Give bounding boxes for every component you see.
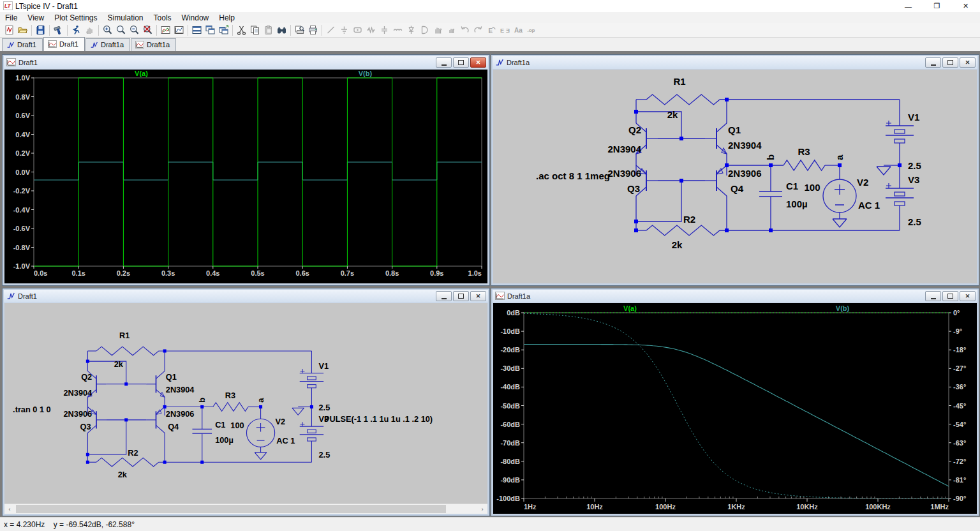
- label-node_b: b: [765, 154, 776, 160]
- plot-settings-icon[interactable]: [172, 24, 186, 36]
- x-tick-label: 0.1s: [71, 269, 85, 277]
- label-c1_value: 100µ: [786, 198, 808, 209]
- new-schematic-icon[interactable]: [3, 24, 16, 36]
- schematic-canvas[interactable]: R12kQ22N3904Q12N39042N3906Q32N3906Q4R22k…: [4, 303, 486, 504]
- db-tick-label: -40dB: [500, 383, 520, 391]
- freq-tick-label: 10KHz: [796, 503, 818, 511]
- copy-icon[interactable]: [248, 24, 262, 36]
- menu-window[interactable]: Window: [177, 13, 214, 22]
- x-tick-label: 0.6s: [295, 269, 309, 277]
- y-tick-label: 0.8V: [15, 93, 30, 101]
- save-icon[interactable]: [34, 24, 47, 36]
- tile-windows-icon[interactable]: [190, 24, 204, 36]
- trace-V(b)-magnitude[interactable]: [524, 345, 949, 487]
- pulse-spec-text: PULSE(-1 1 .1 1u 1u .1 .2 10): [324, 414, 433, 424]
- child-restore-button[interactable]: [453, 57, 469, 68]
- window-close-button[interactable]: ✕: [951, 0, 980, 12]
- find-icon[interactable]: [275, 24, 288, 36]
- control-panel-icon[interactable]: [52, 24, 65, 36]
- window-restore-button[interactable]: ❐: [923, 0, 951, 12]
- x-tick-label: 0.7s: [341, 269, 354, 277]
- child-minimize-button[interactable]: [436, 291, 452, 301]
- horizontal-scrollbar[interactable]: ‹ ›: [4, 504, 487, 514]
- run-icon[interactable]: [70, 24, 83, 36]
- y-tick-label: 0.2V: [15, 149, 30, 157]
- label-r1_value: 2k: [114, 359, 124, 369]
- waveform-doc-icon: [6, 58, 16, 68]
- child-title: Draft1: [18, 292, 37, 300]
- y-tick-label: -0.2V: [13, 187, 31, 195]
- open-folder-icon[interactable]: [16, 24, 29, 36]
- db-tick-label: -60dB: [500, 421, 520, 428]
- print-icon[interactable]: [306, 24, 320, 36]
- child-minimize-button[interactable]: [925, 57, 941, 68]
- tab-draft1a-waveform[interactable]: Draft1a: [131, 38, 176, 51]
- freq-tick-label: 100KHz: [865, 503, 891, 511]
- freq-tick-label: 10Hz: [586, 503, 603, 511]
- menu-view[interactable]: View: [22, 13, 49, 22]
- zoom-back-icon[interactable]: [114, 24, 128, 36]
- schematic-canvas[interactable]: R12kQ22N3904Q12N39042N3906Q32N3906Q4R22k…: [493, 70, 976, 283]
- mirror-icon: EE: [498, 24, 512, 36]
- window-draft1a-schematic: Draft1a ✕ R12kQ22N3904Q12N39042N3906Q32N…: [491, 54, 979, 286]
- child-title-bar[interactable]: Draft1a ✕: [493, 56, 977, 69]
- scrollbar-track[interactable]: [15, 504, 477, 514]
- menu-tools[interactable]: Tools: [149, 13, 177, 22]
- text-tool-icon: Aa: [512, 24, 525, 36]
- waveform-doc-icon: [495, 292, 505, 301]
- child-minimize-button[interactable]: [436, 57, 452, 68]
- scroll-left-arrow[interactable]: ‹: [4, 504, 15, 514]
- db-tick-label: -10dB: [500, 327, 520, 335]
- zoom-in-icon[interactable]: [101, 24, 114, 36]
- freq-tick-label: 100Hz: [655, 503, 676, 511]
- svg-text:Aa: Aa: [514, 27, 523, 34]
- label-r2_value: 2k: [118, 470, 128, 479]
- menu-plot-settings[interactable]: Plot Settings: [49, 13, 102, 22]
- drag-icon: [445, 24, 458, 36]
- child-restore-button[interactable]: [942, 57, 958, 68]
- window-minimize-button[interactable]: —: [894, 0, 923, 12]
- y-tick-label: -0.8V: [13, 244, 31, 251]
- child-close-button[interactable]: ✕: [470, 57, 486, 68]
- child-close-button[interactable]: ✕: [960, 57, 976, 68]
- scroll-right-arrow[interactable]: ›: [477, 504, 487, 514]
- phase-tick-label: -72°: [953, 458, 966, 465]
- child-minimize-button[interactable]: [925, 291, 941, 301]
- print-preview-icon[interactable]: [293, 24, 306, 36]
- scrollbar-thumb[interactable]: [16, 505, 446, 513]
- phase-tick-label: -18°: [953, 346, 966, 354]
- y-tick-label: 0.0V: [15, 168, 30, 176]
- wire-icon: [324, 24, 338, 36]
- menu-file[interactable]: File: [0, 13, 22, 22]
- arrange-windows-icon[interactable]: [217, 24, 230, 36]
- menu-help[interactable]: Help: [214, 13, 240, 22]
- child-restore-button[interactable]: [453, 291, 469, 301]
- child-close-button[interactable]: ✕: [470, 291, 486, 301]
- label-c1: C1: [786, 181, 798, 191]
- autorange-y-axis-icon[interactable]: [159, 24, 172, 36]
- child-restore-button[interactable]: [942, 291, 958, 301]
- cascade-windows-icon[interactable]: [204, 24, 217, 36]
- child-title-bar[interactable]: Draft1 ✕: [4, 56, 488, 69]
- tab-draft1a-schematic[interactable]: Draft1a: [85, 38, 130, 51]
- tab-draft1-waveform[interactable]: Draft1: [43, 37, 85, 51]
- zoom-out-icon[interactable]: [128, 24, 141, 36]
- child-title-bar[interactable]: Draft1a ✕: [493, 290, 977, 303]
- label-q4: Q4: [168, 422, 179, 431]
- trace-V(b)-phase[interactable]: [524, 313, 949, 498]
- db-tick-label: -70dB: [500, 439, 520, 447]
- cut-icon[interactable]: [235, 24, 248, 36]
- child-close-button[interactable]: ✕: [960, 291, 976, 301]
- menu-simulation[interactable]: Simulation: [103, 13, 149, 22]
- child-title-bar[interactable]: Draft1 ✕: [4, 290, 488, 303]
- halt-icon: [83, 24, 96, 36]
- transient-plot[interactable]: 1.0V0.8V0.6V0.4V0.2V0.0V-0.2V-0.4V-0.6V-…: [4, 70, 486, 284]
- rotate-icon: E: [485, 24, 498, 36]
- tab-draft1-schematic[interactable]: Draft1: [2, 38, 43, 51]
- label-q1_type: 2N3904: [166, 385, 195, 394]
- trace-V(a)[interactable]: [34, 78, 482, 266]
- toolbar-separator: [49, 25, 50, 36]
- ac-analysis-plot[interactable]: 0dB-10dB-20dB-30dB-40dB-50dB-60dB-70dB-8…: [493, 303, 976, 514]
- zoom-full-extents-icon[interactable]: [141, 24, 154, 36]
- toolbar: EEEAa.op: [0, 23, 980, 38]
